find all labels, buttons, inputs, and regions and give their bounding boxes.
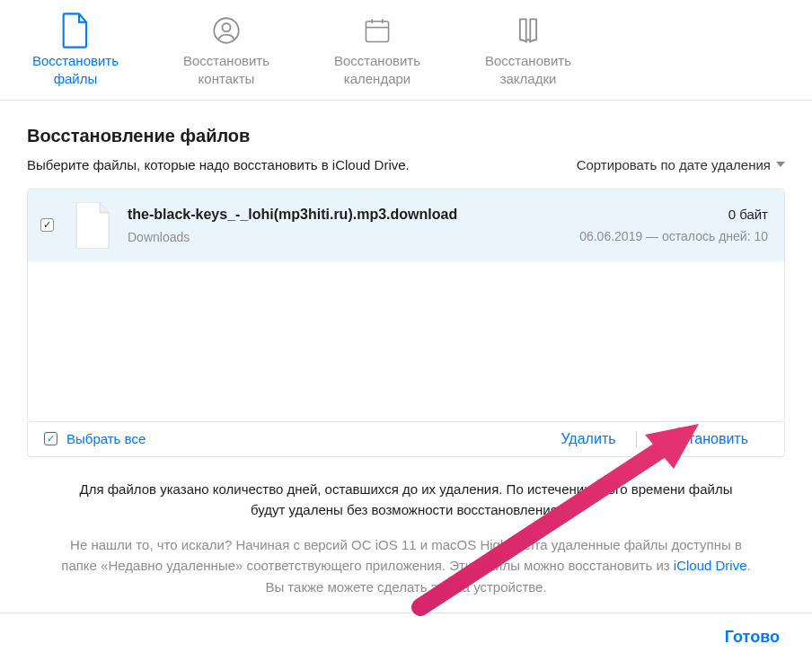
- file-row[interactable]: the-black-keys_-_lohi(mp3hiti.ru).mp3.do…: [28, 189, 784, 261]
- tab-restore-contacts[interactable]: Восстановить контакты: [151, 7, 302, 100]
- file-expiry: 06.06.2019 — осталось дней: 10: [579, 229, 768, 243]
- document-icon: [61, 16, 90, 45]
- file-info: the-black-keys_-_lohi(mp3hiti.ru).mp3.do…: [128, 207, 565, 244]
- tab-label: Восстановить закладки: [485, 52, 571, 89]
- file-icon: [74, 202, 111, 249]
- file-meta: 0 байт 06.06.2019 — осталось дней: 10: [579, 207, 768, 243]
- select-all-checkbox[interactable]: [44, 432, 57, 445]
- subtitle-text: Выберите файлы, которые надо восстановит…: [27, 157, 410, 172]
- action-bar: Выбрать все Удалить Восстановить: [27, 422, 785, 457]
- tab-restore-files[interactable]: Восстановить файлы: [0, 7, 151, 100]
- calendar-icon: [363, 16, 392, 45]
- tab-restore-bookmarks[interactable]: Восстановить закладки: [453, 7, 604, 100]
- tab-label: Восстановить файлы: [32, 52, 119, 89]
- chevron-down-icon: [776, 162, 785, 167]
- file-location: Downloads: [128, 230, 565, 244]
- tab-label: Восстановить календари: [334, 52, 420, 89]
- sort-dropdown[interactable]: Сортировать по дате удаления: [577, 157, 785, 172]
- restore-button[interactable]: Восстановить: [637, 431, 768, 447]
- select-all[interactable]: Выбрать все: [44, 431, 146, 446]
- select-all-label: Выбрать все: [66, 431, 146, 446]
- svg-point-1: [222, 23, 230, 31]
- delete-button[interactable]: Удалить: [541, 431, 636, 447]
- subheader-row: Выберите файлы, которые надо восстановит…: [27, 157, 785, 172]
- tabs: Восстановить файлы Восстановить контакты: [0, 0, 812, 101]
- footer: Готово: [0, 613, 812, 661]
- info-primary: Для файлов указано количество дней, оста…: [27, 479, 785, 521]
- content: Восстановление файлов Выберите файлы, ко…: [0, 101, 812, 597]
- bookmark-icon: [514, 16, 543, 45]
- page-title: Восстановление файлов: [27, 126, 785, 146]
- file-checkbox[interactable]: [40, 218, 54, 232]
- sort-label: Сортировать по дате удаления: [577, 157, 771, 172]
- file-name: the-black-keys_-_lohi(mp3hiti.ru).mp3.do…: [128, 207, 565, 223]
- tab-restore-calendars[interactable]: Восстановить календари: [302, 7, 453, 100]
- svg-rect-2: [366, 22, 388, 42]
- info-secondary: Не нашли то, что искали? Начиная с верси…: [27, 534, 785, 597]
- icloud-drive-link[interactable]: iCloud Drive: [674, 558, 747, 573]
- file-list[interactable]: the-black-keys_-_lohi(mp3hiti.ru).mp3.do…: [27, 189, 785, 422]
- file-size: 0 байт: [579, 207, 768, 222]
- tab-label: Восстановить контакты: [183, 52, 269, 89]
- done-button[interactable]: Готово: [725, 628, 780, 647]
- contact-icon: [212, 16, 241, 45]
- info-secondary-a: Не нашли то, что искали? Начиная с верси…: [61, 537, 742, 573]
